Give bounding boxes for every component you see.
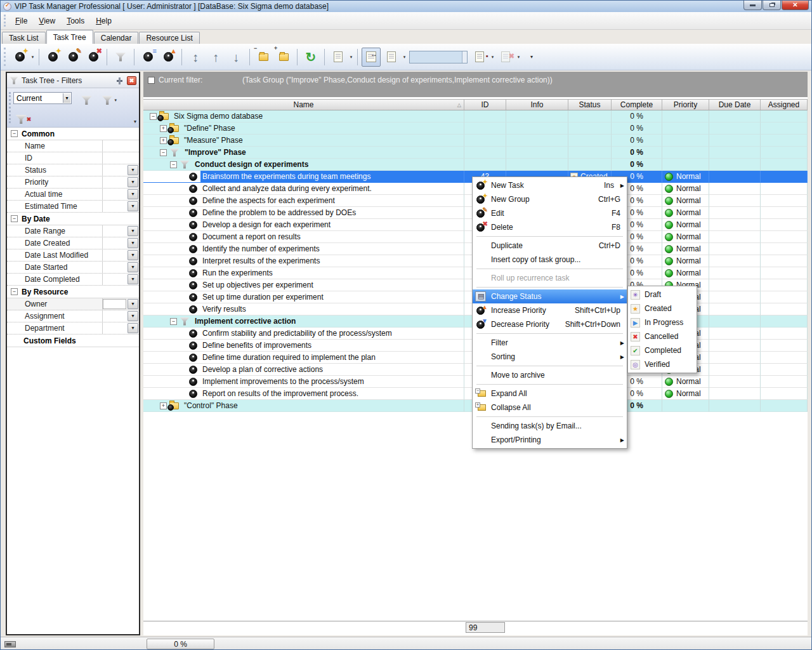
filter-row-date-last-modified[interactable]: Date Last Modified▼: [7, 249, 139, 262]
filter-value-input[interactable]: [103, 299, 126, 309]
edit-task-button[interactable]: ✎: [63, 48, 82, 67]
submenu-item-verified[interactable]: ◎Verified: [628, 357, 697, 371]
expand-icon[interactable]: +: [160, 125, 167, 132]
decrease-priority-button[interactable]: ≡: [138, 48, 157, 67]
filter-row-actual-time[interactable]: Actual time▼: [7, 189, 139, 201]
tab-calendar[interactable]: Calendar: [94, 32, 139, 44]
menu-item-export-printing[interactable]: Export/Printing▶: [473, 433, 627, 447]
filter-row-date-completed[interactable]: Date Completed▼: [7, 274, 139, 286]
filter-row-estimated-time[interactable]: Estimated Time▼: [7, 201, 139, 213]
filter-dropdown-button[interactable]: ▼: [128, 262, 138, 272]
column-header-id[interactable]: ID: [464, 100, 506, 110]
refresh-button[interactable]: ↻: [301, 48, 320, 67]
collapse-tree-button[interactable]: −: [254, 48, 273, 67]
filter-dropdown-button[interactable]: ▼: [128, 165, 138, 175]
menu-item-move-to-archive[interactable]: Move to archive: [473, 368, 627, 382]
close-button[interactable]: ✕: [782, 1, 809, 10]
group-row[interactable]: −Conduct design of experiments0 %: [143, 159, 808, 171]
menubar-item-help[interactable]: Help: [90, 15, 117, 27]
column-header-status[interactable]: Status: [568, 100, 612, 110]
delete-layout-button[interactable]: ✖: [496, 48, 515, 67]
save-filter-button[interactable]: ▾: [102, 92, 119, 109]
filter-dropdown-button[interactable]: ▼: [128, 177, 138, 187]
move-up-button[interactable]: ↑: [206, 48, 225, 67]
restore-button[interactable]: [763, 1, 781, 10]
group-row[interactable]: +"Define" Phase0 %: [143, 123, 808, 135]
collapse-icon[interactable]: −: [11, 130, 18, 137]
collapse-icon[interactable]: −: [160, 149, 167, 156]
filter-row-department[interactable]: Department▼: [7, 322, 139, 335]
filter-dropdown-button[interactable]: ▼: [128, 274, 138, 284]
filter-section-common[interactable]: −Common: [7, 128, 139, 140]
group-row[interactable]: −"Improve" Phase0 %: [143, 147, 808, 159]
new-group-button[interactable]: ✦: [43, 48, 62, 67]
menu-item-increase-priority[interactable]: ▲Increase PriorityShift+Ctrl+Up: [473, 303, 627, 317]
menu-item-filter[interactable]: Filter▶: [473, 336, 627, 350]
apply-filter-button[interactable]: [77, 92, 95, 109]
filter-row-priority[interactable]: Priority▼: [7, 176, 139, 189]
export-dropdown-arrow[interactable]: ▾: [348, 55, 354, 60]
filter-dropdown-button[interactable]: ▼: [128, 238, 138, 248]
menu-item-duplicate[interactable]: DuplicateCtrl+D: [473, 239, 627, 253]
menubar-item-tools[interactable]: Tools: [61, 15, 90, 27]
menu-item-change-status[interactable]: Change Status▶: [473, 289, 627, 303]
move-button[interactable]: ↕: [186, 48, 205, 67]
filter-section-custom-fields[interactable]: Custom Fields: [7, 335, 139, 347]
filter-dropdown-button[interactable]: ▼: [128, 250, 138, 260]
minimize-button[interactable]: [743, 1, 762, 10]
column-header-complete[interactable]: Complete: [612, 100, 662, 110]
layout-combo[interactable]: [409, 51, 468, 63]
delete-task-button[interactable]: ✖: [84, 48, 103, 67]
column-header-priority[interactable]: Priority: [662, 100, 709, 110]
tab-task-tree[interactable]: Task Tree: [46, 30, 93, 44]
collapse-icon[interactable]: −: [11, 215, 18, 222]
submenu-item-in-progress[interactable]: ▶In Progress: [628, 315, 697, 329]
menu-item-new-group[interactable]: ✦New GroupCtrl+G: [473, 192, 627, 206]
tab-task-list[interactable]: Task List: [2, 32, 46, 44]
move-down-button[interactable]: ↓: [226, 48, 246, 67]
delete-layout-dropdown-arrow[interactable]: ▾: [516, 55, 521, 60]
filter-checkbox[interactable]: [148, 77, 155, 84]
menu-item-new-task[interactable]: ✦New TaskIns▶: [473, 178, 627, 192]
filter-dropdown-button[interactable]: ▼: [128, 226, 138, 236]
filter-row-id[interactable]: ID: [7, 152, 139, 164]
collapse-icon[interactable]: −: [11, 288, 18, 295]
expand-icon[interactable]: +: [160, 402, 167, 409]
filters-close-button[interactable]: ✖: [127, 76, 136, 85]
menu-item-sorting[interactable]: Sorting▶: [473, 350, 627, 364]
menu-item-expand-all[interactable]: −Expand All: [473, 387, 627, 401]
collapse-icon[interactable]: −: [170, 318, 177, 325]
menu-item-sending-task-s-by-email[interactable]: Sending task(s) by Email...: [473, 419, 627, 433]
expand-tree-button[interactable]: +: [274, 48, 293, 67]
submenu-item-draft[interactable]: ✳Draft: [628, 288, 697, 302]
collapse-icon[interactable]: −: [150, 113, 157, 120]
menu-item-decrease-priority[interactable]: ▼Decrease PriorityShift+Ctrl+Down: [473, 317, 627, 331]
filter-section-by-date[interactable]: −By Date: [7, 213, 139, 225]
filter-preset-combo[interactable]: Current: [13, 92, 72, 104]
column-header-info[interactable]: Info: [506, 100, 568, 110]
fit-columns-button[interactable]: ↔: [362, 48, 381, 67]
clear-filter-button[interactable]: ✖: [15, 111, 32, 128]
expand-icon[interactable]: +: [160, 137, 167, 144]
filter-dropdown-button[interactable]: ▼: [128, 299, 138, 309]
filter-button[interactable]: [111, 48, 130, 67]
filter-dropdown-button[interactable]: ▼: [128, 201, 138, 211]
filter-dropdown-button[interactable]: ▼: [128, 189, 138, 199]
pin-icon[interactable]: [116, 77, 124, 84]
column-header-assigned[interactable]: Assigned: [761, 100, 808, 110]
filter-dropdown-button[interactable]: ▼: [128, 323, 138, 333]
menu-item-collapse-all[interactable]: +Collapse All: [473, 401, 627, 415]
customize-columns-dropdown-arrow[interactable]: ▾: [402, 55, 407, 60]
overflow-button[interactable]: ▾: [522, 48, 541, 67]
column-header-name[interactable]: Name△: [143, 100, 464, 110]
filter-row-date-created[interactable]: Date Created▼: [7, 237, 139, 249]
customize-columns-button[interactable]: [382, 48, 401, 67]
filter-row-date-range[interactable]: Date Range▼: [7, 225, 139, 237]
submenu-item-cancelled[interactable]: ✖Cancelled: [628, 329, 697, 343]
filter-toolbar-overflow[interactable]: ▾: [134, 119, 136, 124]
filter-row-date-started[interactable]: Date Started▼: [7, 262, 139, 274]
menu-item-insert-copy-of-task-group[interactable]: Insert copy of task group...: [473, 253, 627, 267]
new-task-button[interactable]: ✦: [10, 48, 29, 67]
filter-section-by-resource[interactable]: −By Resource: [7, 286, 139, 298]
group-row[interactable]: +"Measure" Phase0 %: [143, 135, 808, 147]
